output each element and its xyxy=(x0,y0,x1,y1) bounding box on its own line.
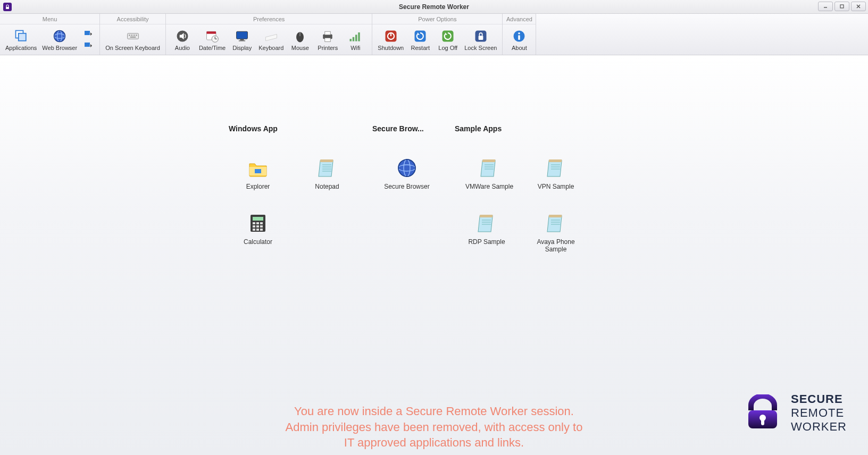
wifi-bars-icon xyxy=(348,29,363,44)
printers-button[interactable]: Printers xyxy=(314,26,341,54)
svg-rect-22 xyxy=(207,31,216,33)
svg-rect-18 xyxy=(136,35,137,36)
svg-rect-36 xyxy=(355,35,357,41)
svg-rect-16 xyxy=(131,35,132,36)
ribbon-group-accessibility: Accessibility On Screen Keyboard xyxy=(100,14,166,55)
keyboard-button[interactable]: Keyboard xyxy=(256,26,286,54)
svg-rect-32 xyxy=(325,31,331,35)
audio-icon xyxy=(175,29,190,44)
svg-rect-13 xyxy=(85,43,90,47)
category-row: Windows App Secure Brow... Sample Apps xyxy=(229,124,561,133)
svg-rect-58 xyxy=(253,229,255,231)
printer-icon xyxy=(320,29,335,44)
brand-line: SECURE xyxy=(791,392,847,406)
folder-icon xyxy=(246,156,270,180)
titlebar: Secure Remote Worker xyxy=(0,0,868,14)
tile-calculator[interactable]: Calculator xyxy=(229,212,287,246)
brand-text: SECURE REMOTE WORKER xyxy=(791,392,847,434)
category-secure-browser: Secure Brow... xyxy=(372,124,455,133)
svg-rect-51 xyxy=(253,217,263,221)
maximize-button[interactable] xyxy=(834,2,849,11)
svg-rect-19 xyxy=(130,37,136,38)
svg-rect-14 xyxy=(127,33,138,39)
about-button[interactable]: About xyxy=(506,26,532,54)
ribbon-group-menu: Menu Applications Web Browser xyxy=(0,14,100,55)
restart-button[interactable]: Restart xyxy=(407,26,433,54)
tile-notepad[interactable]: Notepad xyxy=(298,156,356,190)
datetime-button[interactable]: Date/Time xyxy=(197,26,228,54)
menu-mini-top[interactable] xyxy=(82,29,94,39)
tile-rdp-sample[interactable]: RDP Sample xyxy=(457,212,516,246)
display-button[interactable]: Display xyxy=(229,26,255,54)
power-icon xyxy=(383,29,398,44)
svg-rect-87 xyxy=(549,215,562,217)
tile-avaya-sample[interactable]: Avaya Phone Sample xyxy=(527,212,585,253)
ribbon-group-header: Accessibility xyxy=(100,14,165,24)
svg-rect-93 xyxy=(761,419,764,425)
ribbon-group-header: Advanced xyxy=(503,14,536,24)
svg-rect-56 xyxy=(256,225,259,228)
ribbon-item-label: Audio xyxy=(175,45,190,51)
ribbon-group-header: Menu xyxy=(0,14,99,24)
brand-line: WORKER xyxy=(791,420,847,434)
svg-rect-59 xyxy=(256,229,259,231)
ribbon-item-label: Mouse xyxy=(291,45,309,51)
calendar-clock-icon xyxy=(205,29,220,44)
lock-screen-button[interactable]: Lock Screen xyxy=(462,26,499,54)
applications-button[interactable]: Applications xyxy=(3,26,39,54)
session-message-line: IT approved applications and links. xyxy=(232,435,636,451)
brand-line: REMOTE xyxy=(791,406,847,420)
svg-rect-7 xyxy=(18,33,26,41)
mouse-button[interactable]: Mouse xyxy=(287,26,313,54)
web-browser-button[interactable]: Web Browser xyxy=(40,26,79,54)
ribbon-item-label: Restart xyxy=(411,45,430,51)
logoff-icon xyxy=(440,29,455,44)
on-screen-keyboard-button[interactable]: On Screen Keyboard xyxy=(103,26,162,54)
svg-rect-54 xyxy=(260,222,263,224)
ribbon-item-label: Date/Time xyxy=(199,45,226,51)
mouse-icon xyxy=(293,29,307,44)
svg-rect-15 xyxy=(129,35,130,36)
calculator-icon xyxy=(246,212,270,235)
tile-explorer[interactable]: Explorer xyxy=(229,156,287,190)
menu-mini-buttons xyxy=(80,29,96,50)
keyboard-flat-icon xyxy=(264,29,279,44)
applications-icon xyxy=(14,29,29,44)
wifi-button[interactable]: Wifi xyxy=(342,26,369,54)
ribbon-item-label: Applications xyxy=(5,45,37,51)
notepad-sample-icon xyxy=(544,156,567,180)
lock-icon xyxy=(473,29,488,44)
tile-label: Avaya Phone Sample xyxy=(527,238,585,253)
menu-mini-bottom[interactable] xyxy=(82,41,94,50)
shutdown-button[interactable]: Shutdown xyxy=(375,26,406,54)
restart-icon xyxy=(413,29,428,44)
svg-rect-27 xyxy=(240,39,244,40)
desktop: Windows App Secure Brow... Sample Apps E… xyxy=(0,55,868,455)
ribbon-group-header: Power Options xyxy=(372,14,502,24)
window-controls xyxy=(818,2,866,11)
svg-rect-86 xyxy=(547,216,562,232)
tile-label: VMWare Sample xyxy=(465,183,513,190)
ribbon-item-label: Keyboard xyxy=(258,45,283,51)
ribbon-group-preferences: Preferences Audio Date/Time Display Keyb… xyxy=(166,14,372,55)
audio-button[interactable]: Audio xyxy=(169,26,196,54)
monitor-icon xyxy=(235,29,249,44)
ribbon: Menu Applications Web Browser Accessibil… xyxy=(0,14,868,55)
svg-rect-77 xyxy=(480,215,493,217)
logoff-button[interactable]: Log Off xyxy=(435,26,461,54)
tile-vmware-sample[interactable]: VMWare Sample xyxy=(457,156,521,190)
tile-label: Explorer xyxy=(246,183,270,190)
window-title: Secure Remote Worker xyxy=(0,3,868,11)
close-button[interactable] xyxy=(851,2,866,11)
ribbon-group-power: Power Options Shutdown Restart Log Off L… xyxy=(372,14,503,55)
svg-rect-44 xyxy=(478,36,483,40)
tile-label: Calculator xyxy=(244,238,272,246)
tile-label: Notepad xyxy=(315,183,339,190)
svg-rect-34 xyxy=(350,39,352,41)
ribbon-item-label: Printers xyxy=(318,45,338,51)
category-windows-app: Windows App xyxy=(229,124,372,133)
ribbon-item-label: Log Off xyxy=(438,45,457,51)
tile-secure-browser[interactable]: Secure Browser xyxy=(378,156,436,190)
tile-vpn-sample[interactable]: VPN Sample xyxy=(527,156,585,190)
minimize-button[interactable] xyxy=(818,2,833,11)
